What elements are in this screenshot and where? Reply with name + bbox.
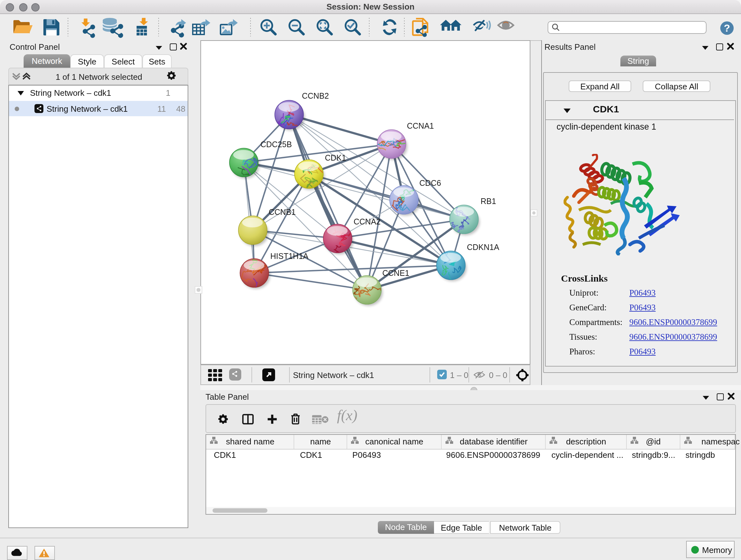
svg-text:CDKN1A: CDKN1A <box>467 243 499 252</box>
svg-text:CCNA2: CCNA2 <box>354 217 381 226</box>
svg-text:?: ? <box>724 22 730 34</box>
svg-text:CCNB1: CCNB1 <box>269 207 296 216</box>
svg-text:RB1: RB1 <box>481 197 496 206</box>
svg-text:CCNA1: CCNA1 <box>407 121 434 130</box>
svg-text:CDC6: CDC6 <box>419 179 441 187</box>
svg-text:CCNE1: CCNE1 <box>382 268 409 277</box>
svg-text:CDC25B: CDC25B <box>260 140 292 149</box>
svg-text:CDK1: CDK1 <box>325 153 346 162</box>
svg-text:CCNB2: CCNB2 <box>302 91 329 100</box>
svg-text:HIST1H1A: HIST1H1A <box>270 252 309 260</box>
